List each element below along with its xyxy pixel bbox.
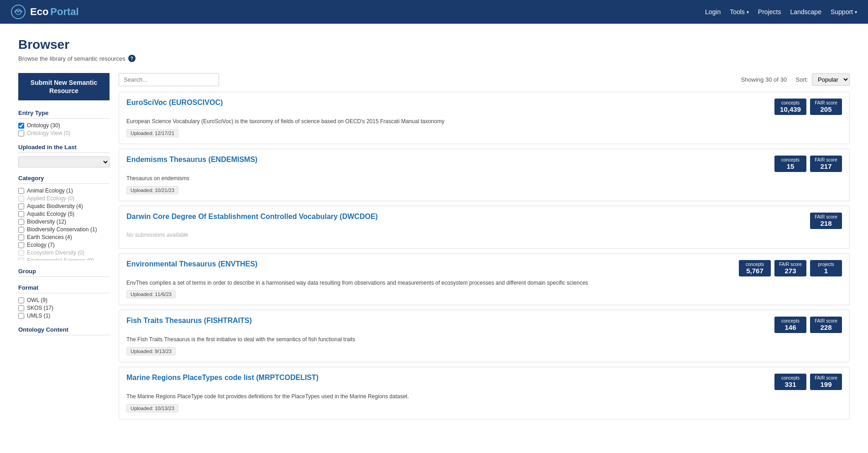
card-header: Fish Traits Thesaurus (FISHTRAITS) conce… bbox=[126, 317, 842, 333]
search-input[interactable] bbox=[119, 73, 219, 86]
uploaded-select[interactable]: Week Month Year bbox=[18, 156, 110, 167]
ontology-label[interactable]: Ontology (30) bbox=[27, 122, 60, 129]
nav-landscape[interactable]: Landscape bbox=[790, 8, 821, 16]
card-header: EuroSciVoc (EUROSCIVOC) concepts 10,439 … bbox=[126, 99, 842, 115]
fair-score-box: FAIR score 205 bbox=[810, 99, 842, 115]
format-filter: Format OWL (9) SKOS (17) UMLS (1) bbox=[18, 284, 110, 319]
resource-title[interactable]: Darwin Core Degree Of Establishment Cont… bbox=[126, 213, 378, 221]
cat-animal-ecology-checkbox[interactable] bbox=[18, 188, 24, 194]
upload-badge: Uploaded: 11/6/23 bbox=[126, 290, 176, 298]
cat-ecology: Ecology (7) bbox=[18, 242, 110, 248]
cat-aquatic-ecology-checkbox[interactable] bbox=[18, 211, 24, 217]
projects-value: 1 bbox=[815, 267, 837, 275]
cat-environmental-sciences-checkbox[interactable] bbox=[18, 258, 24, 261]
fair-score-box: FAIR score 218 bbox=[810, 213, 842, 229]
umls-checkbox[interactable] bbox=[18, 313, 24, 319]
ontology-view-label[interactable]: Ontology View (0) bbox=[27, 130, 70, 136]
resource-title[interactable]: EuroSciVoc (EUROSCIVOC) bbox=[126, 99, 223, 107]
resource-stats: FAIR score 218 bbox=[810, 213, 842, 229]
resource-stats: concepts 10,439 FAIR score 205 bbox=[774, 99, 842, 115]
concepts-box: concepts 146 bbox=[774, 317, 806, 333]
resource-description: Thesaurus on endemisms bbox=[126, 175, 842, 182]
cat-biodiversity-checkbox[interactable] bbox=[18, 219, 24, 225]
results-area: Showing 30 of 30 Sort: Popular Name Date… bbox=[119, 73, 850, 424]
cat-ecosystem-diversity-checkbox[interactable] bbox=[18, 250, 24, 256]
cat-biodiversity-conservation: Biodiversity Conservation (1) bbox=[18, 226, 110, 233]
cat-biodiversity-conservation-checkbox[interactable] bbox=[18, 227, 24, 233]
cat-applied-ecology: Applied Ecology (0) bbox=[18, 195, 110, 202]
resource-card-fishtraits: Fish Traits Thesaurus (FISHTRAITS) conce… bbox=[119, 310, 850, 362]
resource-title[interactable]: Endemisms Thesaurus (ENDEMISMS) bbox=[126, 156, 257, 164]
nav-tools[interactable]: Tools bbox=[730, 8, 749, 16]
resource-card-euroscivoc: EuroSciVoc (EUROSCIVOC) concepts 10,439 … bbox=[119, 92, 850, 144]
ontology-content-title: Ontology Content bbox=[18, 326, 110, 335]
fair-score-value: 217 bbox=[815, 162, 837, 170]
entry-type-title: Entry Type bbox=[18, 109, 110, 119]
resource-stats: concepts 15 FAIR score 217 bbox=[774, 156, 842, 172]
fair-score-value: 273 bbox=[779, 267, 802, 275]
resource-no-data: No submissions available bbox=[126, 232, 842, 238]
fair-score-value: 218 bbox=[815, 219, 837, 227]
nav-login[interactable]: Login bbox=[705, 8, 721, 16]
fair-score-box: FAIR score 273 bbox=[774, 260, 806, 276]
page-title: Browser bbox=[18, 37, 850, 52]
logo-icon bbox=[11, 5, 26, 19]
resource-title[interactable]: Marine Regions PlaceTypes code list (MRP… bbox=[126, 374, 319, 382]
cat-earth-sciences-checkbox[interactable] bbox=[18, 234, 24, 240]
ontology-view-checkbox[interactable] bbox=[18, 130, 24, 136]
cat-ecology-checkbox[interactable] bbox=[18, 242, 24, 248]
cat-earth-sciences: Earth Sciences (4) bbox=[18, 234, 110, 240]
cat-aquatic-ecology: Aquatic Ecology (5) bbox=[18, 211, 110, 217]
help-icon[interactable]: ? bbox=[128, 55, 136, 62]
ontology-checkbox[interactable] bbox=[18, 123, 24, 129]
owl-checkbox[interactable] bbox=[18, 297, 24, 303]
nav-support[interactable]: Support bbox=[831, 8, 857, 16]
projects-box: projects 1 bbox=[810, 260, 842, 276]
resource-description: European Science Vocabulary (EuroSciVoc)… bbox=[126, 118, 842, 125]
resource-title[interactable]: Fish Traits Thesaurus (FISHTRAITS) bbox=[126, 317, 252, 325]
filter-ontology-view: Ontology View (0) bbox=[18, 130, 110, 136]
category-scroll: Animal Ecology (1) Applied Ecology (0) A… bbox=[18, 187, 110, 260]
cat-animal-ecology: Animal Ecology (1) bbox=[18, 187, 110, 194]
format-title: Format bbox=[18, 284, 110, 293]
logo-eco: Eco bbox=[30, 6, 48, 18]
nav-links: Login Tools Projects Landscape Support bbox=[705, 8, 857, 16]
fmt-skos: SKOS (17) bbox=[18, 305, 110, 311]
submit-resource-button[interactable]: Submit New Semantic Resource bbox=[18, 73, 110, 100]
concepts-box: concepts 5,767 bbox=[739, 260, 771, 276]
concepts-value: 146 bbox=[779, 323, 802, 331]
sort-select[interactable]: Popular Name Date bbox=[812, 73, 850, 86]
card-header: Environmental Thesaurus (ENVTHES) concep… bbox=[126, 260, 842, 276]
fmt-owl: OWL (9) bbox=[18, 297, 110, 303]
concepts-value: 331 bbox=[779, 380, 802, 388]
fair-score-value: 199 bbox=[815, 380, 837, 388]
concepts-value: 5,767 bbox=[743, 267, 766, 275]
resource-stats: concepts 146 FAIR score 228 bbox=[774, 317, 842, 333]
logo[interactable]: EcoPortal bbox=[11, 5, 79, 19]
concepts-box: concepts 10,439 bbox=[774, 99, 806, 115]
fair-score-box: FAIR score 217 bbox=[810, 156, 842, 172]
filter-ontology: Ontology (30) bbox=[18, 122, 110, 129]
resource-title[interactable]: Environmental Thesaurus (ENVTHES) bbox=[126, 260, 257, 268]
cat-aquatic-biodiversity-checkbox[interactable] bbox=[18, 203, 24, 209]
fair-score-value: 228 bbox=[815, 323, 837, 331]
page-subtitle: Browse the library of semantic resources… bbox=[18, 55, 850, 62]
sort-area: Showing 30 of 30 Sort: Popular Name Date bbox=[741, 73, 850, 86]
sidebar: Submit New Semantic Resource Entry Type … bbox=[18, 73, 110, 424]
fmt-umls: UMLS (1) bbox=[18, 312, 110, 319]
concepts-box: concepts 15 bbox=[774, 156, 806, 172]
entry-type-filter: Entry Type Ontology (30) Ontology View (… bbox=[18, 109, 110, 136]
uploaded-title: Uploaded in the Last bbox=[18, 144, 110, 153]
fair-score-box: FAIR score 199 bbox=[810, 374, 842, 390]
resource-card-envthes: Environmental Thesaurus (ENVTHES) concep… bbox=[119, 253, 850, 306]
uploaded-filter: Uploaded in the Last Week Month Year bbox=[18, 144, 110, 167]
skos-checkbox[interactable] bbox=[18, 305, 24, 311]
nav-projects[interactable]: Projects bbox=[758, 8, 781, 16]
showing-text: Showing 30 of 30 bbox=[741, 76, 786, 83]
group-filter: Group bbox=[18, 268, 110, 277]
cat-applied-ecology-checkbox[interactable] bbox=[18, 196, 24, 202]
upload-badge: Uploaded: 9/13/23 bbox=[126, 347, 176, 355]
cat-environmental-sciences: Environmental Sciences (0) bbox=[18, 257, 110, 260]
sort-label: Sort: bbox=[796, 76, 808, 83]
card-header: Darwin Core Degree Of Establishment Cont… bbox=[126, 213, 842, 229]
